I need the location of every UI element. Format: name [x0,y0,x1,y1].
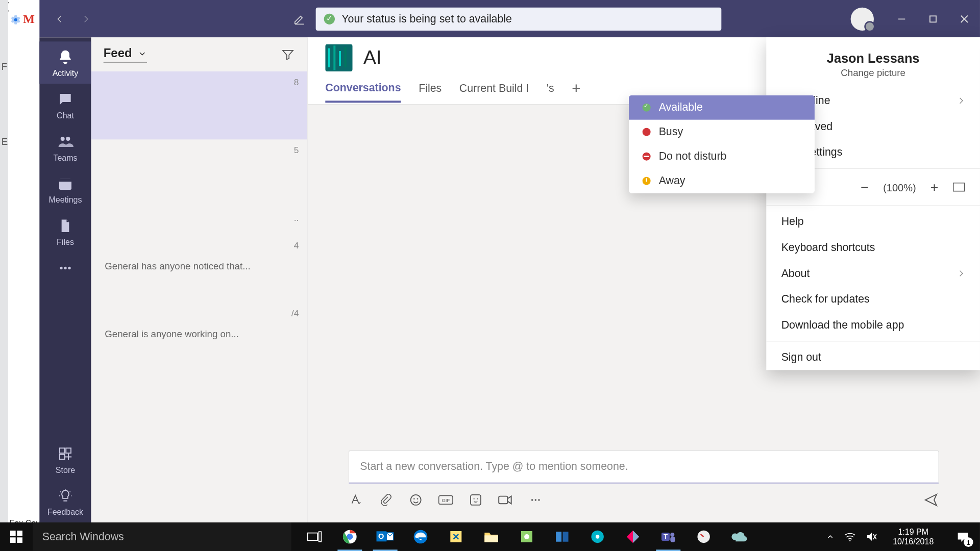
zoom-in-button[interactable]: + [925,179,943,195]
window-close-button[interactable] [949,0,980,37]
zoom-value: (100%) [883,181,916,193]
status-option-dnd[interactable]: Do not disturb [629,144,815,169]
action-center-button[interactable]: 1 [949,522,977,551]
tab-custom-1[interactable]: Current Build I [459,82,529,101]
rail-more[interactable] [39,253,91,283]
rail-files[interactable]: Files [39,210,91,253]
svg-point-18 [474,498,475,499]
tray-overflow-button[interactable] [826,533,835,541]
feed-item[interactable]: /4 General is anyone working on... [91,303,307,370]
more-compose-button[interactable] [528,492,543,507]
download-row[interactable]: Download the mobile app [766,312,980,338]
rail-teams[interactable]: Teams [39,126,91,168]
taskbar-teams[interactable]: T [651,522,686,551]
svg-text:O: O [378,532,384,540]
nav-back-button[interactable] [53,12,67,26]
help-row[interactable]: Help [766,209,980,235]
taskbar-tools[interactable] [438,522,474,551]
status-option-busy[interactable]: Busy [629,120,815,144]
volume-icon[interactable] [866,531,878,542]
window-maximize-button[interactable] [917,0,948,37]
svg-point-8 [68,267,70,269]
feed-item[interactable]: .. [91,208,307,235]
taskbar-app-gauge[interactable] [686,522,721,551]
attach-button[interactable] [378,492,393,507]
wifi-icon[interactable] [844,532,856,542]
tray-time: 1:19 PM [893,527,934,537]
emoji-button[interactable] [408,492,423,507]
status-option-available[interactable]: Available [629,95,815,120]
taskbar-app-teal[interactable] [580,522,615,551]
taskbar-outlook[interactable]: O [368,522,403,551]
feed-title-text: Feed [104,46,132,61]
svg-point-41 [524,534,529,539]
taskbar-app-cloud[interactable] [721,522,756,551]
presence-away-icon [643,177,651,185]
taskbar-app-green[interactable] [509,522,544,551]
rail-meetings[interactable]: Meetings [39,168,91,210]
fullscreen-button[interactable] [953,182,965,192]
rail-feedback[interactable]: Feedback [39,480,91,522]
svg-rect-25 [953,183,965,191]
feed-item-meta: 5 [294,145,299,155]
start-button[interactable] [0,522,33,551]
signout-row[interactable]: Sign out [766,344,980,370]
status-option-away[interactable]: Away [629,169,815,193]
help-label: Help [781,216,804,228]
rail-store[interactable]: Store [39,438,91,481]
task-view-button[interactable] [297,522,332,551]
tray-clock[interactable]: 1:19 PM 10/16/2018 [888,527,939,546]
taskbar-app-diamond[interactable] [615,522,650,551]
svg-rect-31 [319,532,322,542]
feed-item[interactable]: 8 [91,71,307,139]
about-row[interactable]: About [766,261,980,287]
feed-item-snippet: General has anyone noticed that... [105,261,297,271]
rail-label: Activity [53,69,79,79]
feed-pane: Feed 8 5 .. [91,37,308,522]
taskbar-explorer[interactable] [474,522,509,551]
shortcuts-row[interactable]: Keyboard shortcuts [766,235,980,261]
window-minimize-button[interactable] [886,0,917,37]
rail-activity[interactable]: Activity [39,41,91,84]
tab-custom-2[interactable]: 's [547,82,554,101]
sticker-button[interactable] [468,492,483,507]
chevron-down-icon [137,48,147,58]
tab-files[interactable]: Files [419,82,442,101]
new-chat-button[interactable] [292,12,306,26]
teams-icon [57,133,75,151]
filter-button[interactable] [281,47,295,61]
gmail-m-icon[interactable]: M [23,12,35,27]
menu-separator [766,341,980,341]
status-option-label: Away [659,175,685,187]
format-button[interactable] [349,492,363,507]
settings-gear-icon[interactable] [10,13,22,26]
feed-item-meta: 8 [294,77,299,87]
feed-dropdown[interactable]: Feed [104,46,147,63]
lightbulb-icon [57,487,75,505]
composer-input[interactable]: Start a new conversation. Type @ to ment… [349,450,939,485]
change-picture-link[interactable]: Change picture [781,67,965,78]
rail-label: Files [57,237,74,247]
zoom-out-button[interactable]: − [856,179,874,195]
search-bar[interactable]: Your status is being set to available [316,7,722,30]
send-button[interactable] [923,492,939,507]
svg-rect-1 [930,16,936,22]
meet-now-button[interactable] [498,492,513,507]
presence-dnd-icon [643,153,651,161]
add-tab-button[interactable]: + [572,80,580,104]
gif-button[interactable]: GIF [438,492,453,507]
taskbar-app-blue[interactable] [545,522,580,551]
svg-text:GIF: GIF [442,497,450,503]
profile-avatar-button[interactable] [851,7,874,30]
presence-busy-icon [643,128,651,136]
nav-forward-button[interactable] [79,12,93,26]
tab-conversations[interactable]: Conversations [325,81,401,102]
feed-item[interactable]: 5 [91,139,307,207]
taskbar-search[interactable]: Search Windows [33,522,291,551]
taskbar-edge[interactable] [403,522,438,551]
updates-row[interactable]: Check for updates [766,286,980,312]
feed-item[interactable]: 4 General has anyone noticed that... [91,235,307,303]
rail-chat[interactable]: Chat [39,84,91,126]
svg-point-23 [538,499,540,501]
taskbar-chrome[interactable] [332,522,368,551]
